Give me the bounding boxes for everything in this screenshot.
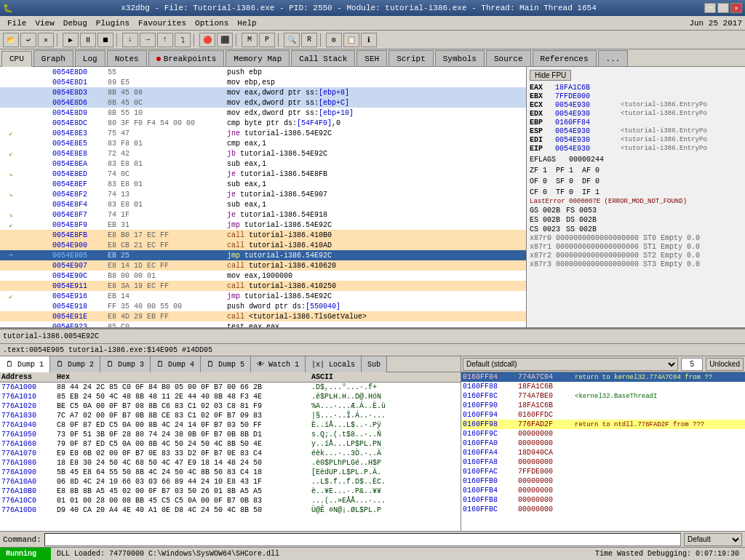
stack-row: 0160FFA4 18D940CA bbox=[461, 448, 745, 457]
tab-graph[interactable]: Graph bbox=[33, 50, 73, 66]
status-time: Time Wasted Debugging: 0:07:19:30 bbox=[589, 550, 745, 558]
stack-unlock-button[interactable]: Unlocked bbox=[706, 358, 744, 371]
dump-row: 776A1090 5B 45 E8 64 55 50 8B 4C 24 50 4… bbox=[0, 468, 461, 477]
dump-content[interactable]: Address Hex ASCII 776A1000 88 44 24 2C 8… bbox=[0, 372, 461, 531]
toolbar-patch[interactable]: P bbox=[259, 33, 275, 47]
dump-tab-watch1[interactable]: 👁 Watch 1 bbox=[251, 356, 306, 372]
dump-tab-3[interactable]: 🗒 Dump 3 bbox=[100, 356, 151, 372]
command-bar: Command: Default bbox=[0, 531, 745, 547]
tab-more[interactable]: ... bbox=[598, 50, 629, 66]
menu-plugins[interactable]: Plugins bbox=[92, 17, 134, 29]
info-bar-label: tutorial-i386.0054E92C bbox=[3, 332, 742, 340]
command-input[interactable] bbox=[44, 533, 681, 546]
reg-edi: EDI 0054E930 <tutorial-i386.EntryPo bbox=[530, 136, 742, 144]
titlebar-title: x32dbg - File: Tutorial-i386.exe - PID: … bbox=[121, 4, 597, 12]
disasm-row: 0054E8D0 55 push ebp bbox=[0, 67, 526, 77]
tab-breakpoints[interactable]: Breakpoints bbox=[148, 50, 225, 66]
stack-row: 0160FFA8 00000000 bbox=[461, 457, 745, 467]
dump-tab-sub[interactable]: Sub bbox=[362, 356, 387, 372]
disasm-panel[interactable]: 0054E8D0 55 push ebp 0054E8D1 89 E5 mov … bbox=[0, 67, 527, 327]
toolbar-mem[interactable]: M bbox=[242, 33, 258, 47]
disasm-row: 0054E918 FF 35 40 00 55 00 push dword pt… bbox=[0, 301, 526, 311]
tab-call-stack[interactable]: Call Stack bbox=[291, 50, 355, 66]
toolbar-settings[interactable]: ⚙ bbox=[326, 33, 342, 47]
bp-dot bbox=[156, 57, 161, 61]
menu-options[interactable]: Options bbox=[191, 17, 233, 29]
tab-source[interactable]: Source bbox=[486, 50, 531, 66]
top-section: 0054E8D0 55 push ebp 0054E8D1 89 E5 mov … bbox=[0, 67, 745, 329]
disasm-row: ↙ 0054E8E8 72 42 jb tutorial-i386.54E92C bbox=[0, 148, 526, 159]
dump-tab-2[interactable]: 🗒 Dump 2 bbox=[50, 356, 100, 372]
menu-favourites[interactable]: Favourites bbox=[134, 17, 191, 29]
toolbar-log[interactable]: 📋 bbox=[343, 33, 359, 47]
stack-num-input[interactable] bbox=[681, 358, 703, 371]
seg-es-ds: ES 002B DS 002B bbox=[530, 216, 742, 224]
main: 0054E8D0 55 push ebp 0054E8D1 89 E5 mov … bbox=[0, 67, 745, 531]
tab-log[interactable]: Log bbox=[75, 50, 105, 66]
dump-tabs: 🗒 Dump 1 🗒 Dump 2 🗒 Dump 3 🗒 Dump 4 🗒 Du… bbox=[0, 356, 461, 372]
toolbar-run-to-cursor[interactable]: ⤵ bbox=[175, 33, 191, 47]
tab-symbols[interactable]: Symbols bbox=[435, 50, 485, 66]
dump-tab-4[interactable]: 🗒 Dump 4 bbox=[151, 356, 201, 372]
tab-notes[interactable]: Notes bbox=[107, 50, 147, 66]
menu-view[interactable]: View bbox=[31, 17, 58, 29]
toolbar-stop[interactable]: ⏹ bbox=[97, 33, 113, 47]
command-dropdown[interactable]: Default bbox=[684, 533, 742, 546]
status-message: DLL Loaded: 74770000 C:\Windows\SysWOW64… bbox=[51, 550, 589, 558]
stack-callconv-dropdown[interactable]: Default (stdcall) bbox=[463, 358, 678, 371]
toolbar-search[interactable]: 🔍 bbox=[284, 33, 300, 47]
dump-tab-1[interactable]: 🗒 Dump 1 bbox=[0, 356, 50, 372]
disasm-row: 0054E90C B8 00 00 01 mov eax,1000000 bbox=[0, 271, 526, 281]
info-bar: tutorial-i386.0054E92C bbox=[0, 329, 745, 343]
reg-esp: ESP 0054E930 <tutorial-i386.EntryPo bbox=[530, 127, 742, 135]
toolbar-step-over[interactable]: → bbox=[140, 33, 156, 47]
tab-cpu[interactable]: CPU bbox=[1, 51, 32, 67]
menu-help[interactable]: Help bbox=[233, 17, 260, 29]
maximize-button[interactable]: □ bbox=[717, 3, 729, 13]
toolbar-bp[interactable]: 🔴 bbox=[199, 33, 215, 47]
dump-row: 776A1080 18 E8 30 24 50 4C 68 50 4C 47 E… bbox=[0, 458, 461, 468]
toolbar-close[interactable]: ✕ bbox=[38, 33, 54, 47]
dump-panel: 🗒 Dump 1 🗒 Dump 2 🗒 Dump 3 🗒 Dump 4 🗒 Du… bbox=[0, 356, 461, 531]
toolbar-open[interactable]: 📂 bbox=[3, 33, 19, 47]
menu-file[interactable]: File bbox=[3, 17, 31, 29]
menubar: File View Debug Plugins Favourites Optio… bbox=[0, 16, 745, 31]
dump-row: 776A1000 88 44 24 2C 85 C0 0F 84 B0 05 0… bbox=[0, 383, 461, 392]
stack-row: 0160FFAC 7FFDE000 bbox=[461, 467, 745, 476]
disasm-row: 0054E8EA 83 E8 01 sub eax,1 bbox=[0, 159, 526, 169]
hide-fpu-button[interactable]: Hide FPU bbox=[530, 70, 571, 81]
last-error: LastError 0000007E (ERROR_MOD_NOT_FOUND) bbox=[530, 198, 742, 205]
dump-tab-locals[interactable]: |x| Locals bbox=[306, 356, 362, 372]
stack-row: 0160FFB8 00000000 bbox=[461, 495, 745, 505]
toolbar-step-into[interactable]: ↓ bbox=[122, 33, 138, 47]
dump-row: 776A1040 C8 0F 87 ED C5 0A 00 8B 4C 24 1… bbox=[0, 420, 461, 430]
reg-eip: EIP 0054E930 <tutorial-i386.EntryPo bbox=[530, 145, 742, 153]
disasm-row: 0054E8F4 83 E8 01 sub eax,1 bbox=[0, 199, 526, 209]
tab-script[interactable]: Script bbox=[389, 50, 434, 66]
middle-status: .text:0054E905 tutorial-i386.exe:$14E905… bbox=[0, 343, 745, 356]
toolbar-about[interactable]: ℹ bbox=[361, 33, 377, 47]
toolbar-run[interactable]: ▶ bbox=[63, 33, 79, 47]
toolbar-hw-bp[interactable]: ⬛ bbox=[217, 33, 233, 47]
tab-seh[interactable]: SEH bbox=[356, 50, 387, 66]
dump-header: Address Hex ASCII bbox=[0, 372, 461, 383]
stack-content[interactable]: 0160FF84 774A7C04 return to kernel32.774… bbox=[461, 372, 745, 531]
sep4 bbox=[236, 33, 239, 47]
menu-debug[interactable]: Debug bbox=[59, 17, 92, 29]
tab-memory-map[interactable]: Memory Map bbox=[226, 50, 290, 66]
toolbar-pause[interactable]: ⏸ bbox=[80, 33, 96, 47]
minimize-button[interactable]: ─ bbox=[704, 3, 716, 13]
dump-row: 776A10D0 D9 40 CA 20 A4 4E 40 A1 0E D8 4… bbox=[0, 505, 461, 515]
dump-row: 776A1060 79 0F 87 ED C5 0A 00 8B 4C 50 2… bbox=[0, 439, 461, 449]
tab-references[interactable]: References bbox=[533, 50, 597, 66]
disasm-row: 0054E911 E8 3A 19 EC FF call tutorial-i3… bbox=[0, 281, 526, 291]
disasm-row: 0054E8D9 8B 55 10 mov edx,dword ptr ss:[… bbox=[0, 108, 526, 118]
dump-row: 776A10B0 E8 8B 8B A5 45 02 00 0F B7 03 5… bbox=[0, 487, 461, 496]
flags-zf-pf-af: ZF 1 PF 1 AF 0 bbox=[530, 167, 742, 175]
close-button[interactable]: ✕ bbox=[730, 3, 742, 13]
toolbar-restart[interactable]: ↩ bbox=[20, 33, 36, 47]
dump-tab-5[interactable]: 🗒 Dump 5 bbox=[201, 356, 251, 372]
toolbar-refs[interactable]: R bbox=[301, 33, 317, 47]
disasm-row: 0054E8D3 8B 45 08 mov eax,dword ptr ss:[… bbox=[0, 87, 526, 97]
toolbar-step-out[interactable]: ↑ bbox=[157, 33, 173, 47]
